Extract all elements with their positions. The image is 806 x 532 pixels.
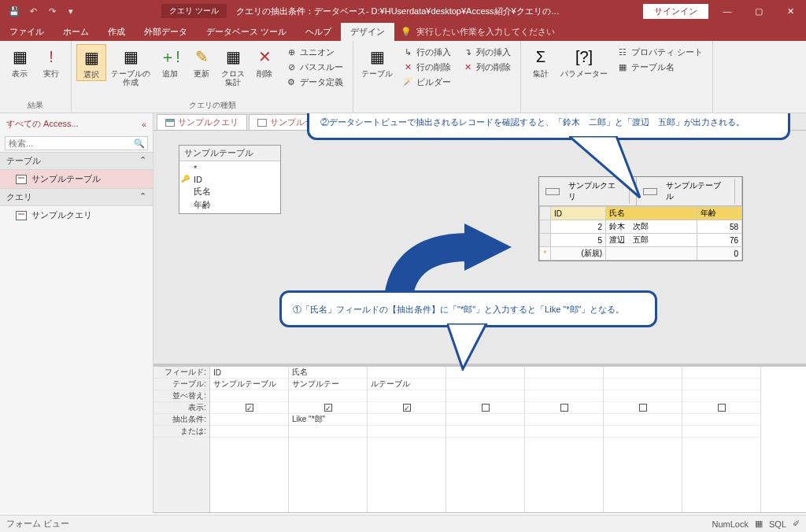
minimize-icon[interactable]: — (712, 0, 743, 22)
grid-column[interactable] (682, 367, 761, 512)
field-name[interactable]: 氏名 (179, 185, 280, 198)
cell-criteria[interactable] (368, 414, 446, 426)
table-fieldlist[interactable]: サンプルテーブル * ID 氏名 年齢 (179, 145, 281, 214)
signin-button[interactable]: サインイン (643, 4, 708, 19)
tab-external[interactable]: 外部データ (135, 23, 197, 41)
tab-design[interactable]: デザイン (341, 23, 394, 41)
grid-column[interactable]: 氏名サンプルテーLike "*郎" (289, 367, 368, 512)
delete-row-button[interactable]: ✕行の削除 (399, 61, 454, 74)
cell-table[interactable]: サンプルテー (289, 379, 367, 390)
delete-button[interactable]: ✕削除 (250, 44, 279, 79)
cell-sort[interactable] (604, 390, 682, 402)
cell-table[interactable]: ルテーブル (368, 379, 446, 390)
grid-column[interactable]: ルテーブル (368, 367, 446, 512)
cell-field[interactable]: 氏名 (289, 367, 367, 379)
cell-show[interactable] (368, 402, 446, 414)
cell-criteria[interactable] (604, 414, 682, 426)
nav-item-samplequery[interactable]: サンプルクエリ (0, 206, 153, 224)
grid-column[interactable]: IDサンプルテーブル (210, 367, 289, 512)
qbe-grid[interactable]: フィールド: テーブル: 並べ替え: 表示: 抽出条件: または: IDサンプル… (153, 364, 806, 513)
update-button[interactable]: ✎更新 (187, 44, 216, 79)
totals-button[interactable]: Σ集計 (526, 44, 556, 79)
redo-icon[interactable]: ↷ (44, 3, 60, 19)
undo-icon[interactable]: ↶ (25, 3, 41, 19)
cell-table[interactable] (525, 379, 603, 390)
cell-field[interactable] (368, 367, 446, 379)
qat-more-icon[interactable]: ▾ (63, 3, 79, 19)
tab-dbtools[interactable]: データベース ツール (197, 23, 296, 41)
tell-me[interactable]: 💡実行したい作業を入力してください (394, 23, 561, 41)
insert-col-button[interactable]: ↴列の挿入 (459, 46, 514, 59)
cell-or[interactable] (210, 426, 288, 438)
close-icon[interactable]: ✕ (775, 0, 806, 22)
parameters-button[interactable]: [?]パラメーター (557, 44, 611, 79)
cell-show[interactable] (446, 402, 524, 414)
cell-field[interactable] (525, 367, 603, 379)
run-button[interactable]: !実行 (36, 44, 66, 79)
maximize-icon[interactable]: ▢ (743, 0, 775, 22)
cell-criteria[interactable] (446, 414, 524, 426)
cell-sort[interactable] (368, 390, 446, 402)
grid-column[interactable] (525, 367, 604, 512)
save-icon[interactable]: 💾 (6, 3, 22, 19)
tab-file[interactable]: ファイル (0, 23, 54, 41)
nav-cat-tables[interactable]: テーブル⌃ (0, 152, 153, 170)
cell-table[interactable] (682, 379, 760, 390)
datadef-button[interactable]: ⚙データ定義 (283, 76, 346, 89)
propsheet-button[interactable]: ☷プロパティ シート (614, 46, 706, 59)
cell-or[interactable] (525, 426, 603, 438)
nav-header[interactable]: すべての Access... (6, 118, 79, 130)
view-sql-button[interactable]: SQL (769, 519, 786, 529)
cell-criteria[interactable] (525, 414, 603, 426)
cell-table[interactable] (446, 379, 524, 390)
cell-show[interactable] (289, 402, 367, 414)
col-name[interactable]: 氏名 (606, 207, 697, 220)
builder-button[interactable]: 🪄ビルダー (399, 76, 454, 89)
grid-column[interactable] (446, 367, 525, 512)
crosstab-button[interactable]: ▦クロス 集計 (218, 44, 248, 88)
cell-or[interactable] (289, 426, 367, 438)
cell-table[interactable]: サンプルテーブル (210, 379, 288, 390)
cell-sort[interactable] (210, 390, 288, 402)
nav-search-input[interactable] (5, 136, 148, 150)
append-button[interactable]: ＋!追加 (155, 44, 185, 79)
cell-field[interactable]: ID (210, 367, 288, 379)
tab-home[interactable]: ホーム (54, 23, 98, 41)
tab-help[interactable]: ヘルプ (296, 23, 341, 41)
cell-or[interactable] (682, 426, 760, 438)
maketable-button[interactable]: ▦テーブルの 作成 (108, 44, 153, 88)
delete-col-button[interactable]: ✕列の削除 (459, 61, 514, 74)
select-query-button[interactable]: ▦選択 (76, 44, 106, 81)
new-row-icon[interactable]: * (540, 247, 551, 260)
union-button[interactable]: ⊕ユニオン (283, 46, 346, 59)
cell-table[interactable] (604, 379, 682, 390)
nav-item-sampletable[interactable]: サンプルテーブル (0, 170, 153, 188)
doctab-query[interactable]: サンプルクエリ (157, 114, 247, 130)
cell-sort[interactable] (525, 390, 603, 402)
field-age[interactable]: 年齢 (179, 198, 280, 212)
cell-or[interactable] (446, 426, 524, 438)
nav-collapse-icon[interactable]: « (142, 120, 146, 129)
cell-field[interactable] (604, 367, 682, 379)
view-datasheet-icon[interactable]: ▦ (755, 519, 763, 529)
cell-show[interactable] (682, 402, 760, 414)
cell-criteria[interactable] (210, 414, 288, 426)
cell-show[interactable] (604, 402, 682, 414)
cell-sort[interactable] (682, 390, 760, 402)
insert-row-button[interactable]: ↳行の挿入 (399, 46, 454, 59)
cell-criteria[interactable] (682, 414, 760, 426)
cell-sort[interactable] (446, 390, 524, 402)
col-id[interactable]: ID (551, 207, 606, 220)
nav-cat-queries[interactable]: クエリ⌃ (0, 188, 153, 206)
view-button[interactable]: ▦表示 (5, 44, 35, 79)
cell-show[interactable] (525, 402, 603, 414)
cell-or[interactable] (604, 426, 682, 438)
cell-criteria[interactable]: Like "*郎" (289, 414, 367, 426)
cell-or[interactable] (368, 426, 446, 438)
field-star[interactable]: * (179, 163, 280, 174)
cell-field[interactable] (682, 367, 760, 379)
tab-create[interactable]: 作成 (98, 23, 135, 41)
passthrough-button[interactable]: ⊘パススルー (283, 61, 346, 74)
view-design-icon[interactable]: ✐ (793, 519, 800, 529)
tablenames-button[interactable]: ▦テーブル名 (614, 61, 706, 74)
